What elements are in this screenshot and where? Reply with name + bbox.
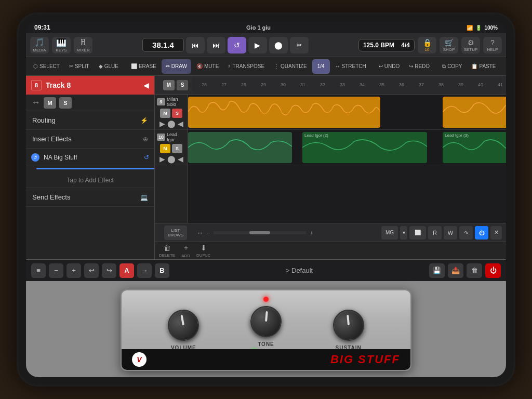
transport-bar: 🎵 MEDIA 🎹 KEYS 🎚 MIXER 38.1.4 ⏮ ⏭ <box>26 33 506 57</box>
battery-icon: 🔋 <box>475 25 482 31</box>
pedal-area: VOLUME TONE -15 dB SUSTAIN <box>26 281 506 377</box>
draw-tool[interactable]: ✏ DRAW <box>162 59 191 74</box>
delete-button[interactable]: 🗑 DELETE <box>159 244 175 258</box>
strip-preset-name[interactable]: > Default <box>172 267 426 274</box>
grid-options[interactable]: ⊞ <box>502 59 506 74</box>
strip-redo-btn[interactable]: ↪ <box>102 263 116 278</box>
send-effects-section[interactable]: Send Effects 💻 <box>26 188 154 207</box>
track-9-clip-2[interactable] <box>443 97 506 128</box>
track-9-rec-icon[interactable]: ⬤ <box>167 119 176 128</box>
global-mute-btn[interactable]: M <box>163 80 175 90</box>
status-right: 📶 🔋 100% <box>467 25 498 31</box>
plugin-row[interactable]: ↺ NA Big Stuff ↺ <box>26 149 154 166</box>
select-tool[interactable]: ⬡ SELECT <box>29 59 64 74</box>
redo-tool[interactable]: ↪ REDO <box>405 59 434 74</box>
tracks-toolbar-bottom: LIST BROWS ↔ − + <box>155 223 506 242</box>
strip-minus-btn[interactable]: − <box>49 263 63 278</box>
media-button[interactable]: 🎵 MEDIA <box>30 37 49 54</box>
sustain-knob[interactable] <box>331 308 365 342</box>
track-10-clip-3[interactable]: Lead Igor (3) <box>443 132 506 163</box>
record-button[interactable]: ⬤ <box>269 37 288 54</box>
track-10-side: 10 Lead Igor M S ▶ ⬤ ◀ <box>155 130 188 165</box>
mute-tool[interactable]: 🔇 MUTE <box>192 59 223 74</box>
scroll-track[interactable] <box>213 231 307 234</box>
track-10-clip-1[interactable] <box>188 132 292 163</box>
mute-button[interactable]: M <box>44 97 56 109</box>
forward-button[interactable]: ⏭ <box>207 37 225 54</box>
track-10-end-icon[interactable]: ◀ <box>178 155 183 163</box>
stretch-tool[interactable]: ↔ STRETCH <box>331 59 370 74</box>
r-button[interactable]: R <box>428 226 442 240</box>
quantize-value[interactable]: 1/4 <box>312 59 330 74</box>
help-button[interactable]: ? HELP <box>483 37 502 54</box>
volume-knob[interactable] <box>166 307 202 343</box>
strip-a-btn[interactable]: A <box>119 263 134 278</box>
erase-tool[interactable]: ⬜ ERASE <box>127 59 161 74</box>
strip-export-btn[interactable]: 📤 <box>448 263 463 278</box>
play-button[interactable]: ▶ <box>248 37 267 54</box>
track-9-clip-1[interactable] <box>188 97 380 128</box>
close-button[interactable]: ✕ <box>490 226 502 240</box>
w-button[interactable]: W <box>444 226 457 240</box>
loop-button[interactable]: ↺ <box>228 37 246 54</box>
track-10-play-icon[interactable]: ▶ <box>159 155 165 163</box>
track-number: 8 <box>31 80 42 90</box>
undo-tool[interactable]: ↩ UNDO <box>375 59 404 74</box>
solo-button[interactable]: S <box>59 97 72 109</box>
routing-section[interactable]: Routing ⚡ <box>26 111 154 130</box>
track-9-end-icon[interactable]: ◀ <box>178 119 183 128</box>
power-button[interactable]: ⏻ <box>475 226 488 240</box>
paste-tool[interactable]: 📋 PASTE <box>467 59 500 74</box>
lock-button[interactable]: 🔒 10 <box>418 37 436 54</box>
scroll-minus[interactable]: − <box>207 230 210 236</box>
strip-power-btn[interactable]: ⏻ <box>485 263 501 278</box>
bpm-display[interactable]: 125.0 BPM 4/4 <box>358 39 415 51</box>
tone-knob[interactable] <box>249 304 283 338</box>
link-button[interactable]: ⬜ <box>409 226 426 240</box>
track-9-mute[interactable]: M <box>160 109 170 118</box>
scroll-left-icon[interactable]: ↔ <box>196 229 204 237</box>
track-10-number: 10 <box>157 134 165 141</box>
track-10-solo[interactable]: S <box>172 144 182 153</box>
setup-button[interactable]: ⚙ SETUP <box>461 37 480 54</box>
track-9-extra-buttons: ▶ ⬤ ◀ <box>157 119 185 128</box>
rewind-button[interactable]: ⏮ <box>186 37 205 54</box>
track-10-mute[interactable]: M <box>160 144 170 153</box>
track-arrow-icon[interactable]: ◀ <box>143 81 149 89</box>
track-10-rec-icon[interactable]: ⬤ <box>167 155 176 163</box>
track-header[interactable]: 8 Track 8 ◀ <box>26 76 154 95</box>
glue-tool[interactable]: ◆ GLUE <box>95 59 123 74</box>
global-solo-btn[interactable]: S <box>177 80 188 90</box>
automation-button[interactable]: ∿ <box>459 226 473 240</box>
strip-plus-btn[interactable]: + <box>66 263 81 278</box>
add-button[interactable]: ＋ ADD <box>181 243 190 258</box>
insert-effects-section[interactable]: Insert Effects ⊕ <box>26 130 154 149</box>
track-10-clip-2[interactable]: Lead Igor (2) <box>302 132 427 163</box>
track-9-solo[interactable]: S <box>172 109 182 118</box>
strip-b-btn[interactable]: B <box>155 263 169 278</box>
plugin-slider[interactable] <box>36 168 154 169</box>
copy-tool[interactable]: ⧉ COPY <box>438 59 466 74</box>
pedal-logo: V <box>132 352 147 367</box>
position-display[interactable]: 38.1.4 <box>142 38 184 52</box>
strip-undo-btn[interactable]: ↩ <box>84 263 99 278</box>
strip-arrow-btn[interactable]: → <box>137 263 152 278</box>
split-tool[interactable]: ✂ SPLIT <box>65 59 94 74</box>
transpose-tool[interactable]: ♯ TRANSPOSE <box>224 59 269 74</box>
strip-delete-btn[interactable]: 🗑 <box>467 263 482 278</box>
add-effect-button[interactable]: Tap to Add Effect <box>26 172 154 188</box>
shop-button[interactable]: 🛒 SHOP <box>440 37 458 54</box>
mixer-button[interactable]: 🎚 MIXER <box>74 37 92 54</box>
strip-menu-btn[interactable]: ≡ <box>31 263 46 278</box>
punch-button[interactable]: ✂ <box>290 37 309 54</box>
strip-save-btn[interactable]: 💾 <box>429 263 445 278</box>
scroll-plus[interactable]: + <box>310 230 313 236</box>
track-9-play-icon[interactable]: ▶ <box>159 119 165 128</box>
mg-button[interactable]: MG <box>381 226 398 240</box>
duplicate-button[interactable]: ⬇ DUPLC <box>196 244 210 258</box>
keys-button[interactable]: 🎹 KEYS <box>52 37 71 54</box>
chevron-down-icon[interactable]: ▾ <box>400 226 407 240</box>
list-browse-btn[interactable]: LIST BROWS <box>159 225 192 240</box>
quantize-tool[interactable]: ⋮ QUANTIZE <box>270 59 311 74</box>
plugin-active-icon[interactable]: ↺ <box>144 154 149 161</box>
